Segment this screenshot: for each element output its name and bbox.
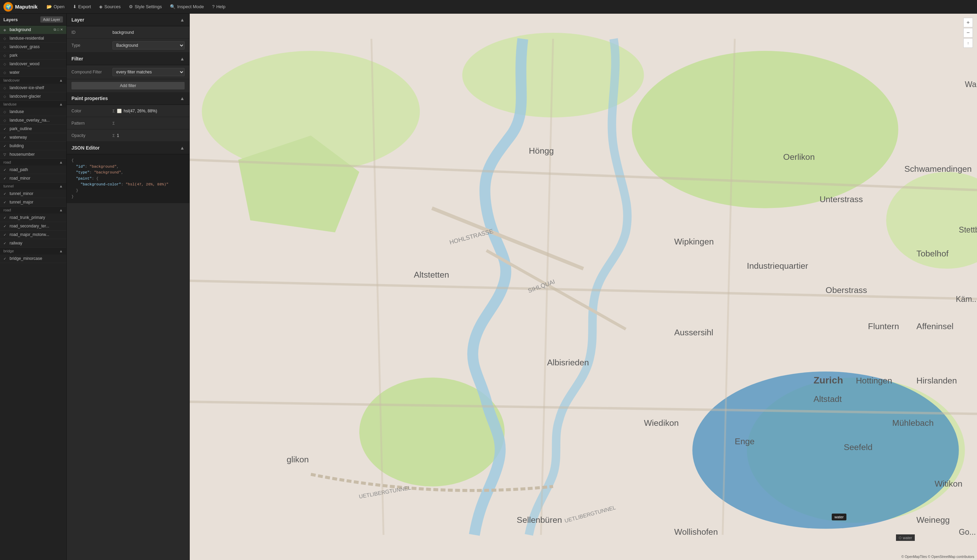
filter-section-toggle[interactable]: ▲ [180,56,185,62]
group-header-road2[interactable]: road ▲ [0,207,66,213]
group-header-tunnel[interactable]: tunnel ▲ [0,183,66,190]
layer-section-toggle[interactable]: ▲ [180,17,185,23]
filter-value: every filter matches any filter matches … [112,68,185,76]
layer-item-road-major-motorw[interactable]: ✓ road_major_motorw... [0,230,66,239]
filter-section-title: Filter [72,56,83,62]
layer-item-road-path[interactable]: ✓ road_path [0,166,66,174]
layer-item-landuse[interactable]: ◇ landuse [0,108,66,116]
layer-item-landcover-ice-shelf[interactable]: ◇ landcover-ice-shelf [0,84,66,92]
nav-sources[interactable]: ◈ Sources [96,2,124,11]
svg-text:Hottingen: Hottingen [856,376,892,385]
paint-section-toggle[interactable]: ▲ [180,96,185,101]
layer-name: landuse [10,109,24,114]
layer-name: bridge_minorcase [10,256,42,261]
svg-text:Fluntern: Fluntern [868,322,899,331]
visibility-icon[interactable]: □ [57,28,59,32]
zoom-in-button[interactable]: + [963,18,973,27]
color-swatch[interactable] [117,108,122,113]
copy-icon[interactable]: ⧉ [54,28,56,32]
group-header-bridge[interactable]: bridge ▲ [0,248,66,254]
brand-logo: 🌍 Maputnik [3,2,38,12]
layer-item-landcover-glacier[interactable]: ◇ landcover-glacier [0,92,66,101]
layer-item-landuse-overlay-na[interactable]: ◇ landuse_overlay_na... [0,116,66,125]
layer-name: road_minor [10,176,30,181]
layer-name: park_outline [10,126,32,131]
color-sigma[interactable]: Σ [112,109,115,113]
group-collapse-icon: ▲ [59,78,63,82]
opacity-sigma[interactable]: Σ [112,133,115,138]
layer-item-water[interactable]: ◇ water [0,68,66,77]
layer-name: water [10,70,20,75]
type-select[interactable]: Background Fill Line Symbol Circle [112,41,185,50]
nav-open[interactable]: 📂 Open [43,2,68,11]
color-row: Color Σ hsl(47, 26%, 88%) [67,105,189,117]
json-editor-content[interactable]: { "id": "background", "type": "backgroun… [67,154,189,203]
layer-item-tunnel-minor[interactable]: ✓ tunnel_minor [0,190,66,198]
svg-text:Sellenbüren: Sellenbüren [517,515,562,525]
layer-icon: ✓ [3,192,8,196]
map-tooltip: water [832,513,847,520]
layers-list: ◆ background ⧉ □ ✕ ◇ landuse-residential… [0,26,66,560]
delete-icon[interactable]: ✕ [60,28,63,32]
group-header-landcover[interactable]: landcover ▲ [0,77,66,84]
layer-name: landuse-residential [10,36,44,41]
layer-icon-fill: ◆ [3,28,8,32]
layers-panel: Layers Add Layer ◆ background ⧉ □ ✕ ◇ la… [0,14,67,560]
group-name-landuse: landuse [3,102,17,106]
layer-icon: ✓ [3,233,8,237]
layer-icon: ✓ [3,216,8,220]
svg-text:Käm...: Käm... [956,295,977,303]
nav-inspect-mode[interactable]: 🔍 Inspect Mode [166,2,207,11]
layer-item-building[interactable]: ✓ building [0,142,66,150]
group-name-landcover: landcover [3,78,20,82]
group-collapse-icon: ▲ [59,249,63,253]
layer-item-park-outline[interactable]: ✓ park_outline [0,125,66,133]
json-section-toggle[interactable]: ▲ [180,145,185,151]
svg-text:Wiedikon: Wiedikon [644,418,679,428]
layer-item-road-trunk-primary[interactable]: ✓ road_trunk_primary [0,213,66,222]
layer-icon-fill6: ◇ [3,71,8,75]
add-filter-button[interactable]: Add filter [72,82,185,90]
top-navigation: 🌍 Maputnik 📂 Open ⬇ Export ◈ Sources ⚙ S… [0,0,977,14]
nav-style-settings[interactable]: ⚙ Style Settings [125,2,166,11]
layer-item-waterway[interactable]: ✓ waterway [0,133,66,142]
map-canvas[interactable]: HOHLSTRASSE SIHLQUAI UETLIBERGTUNNEL UET… [190,14,977,560]
layer-item-background[interactable]: ◆ background ⧉ □ ✕ [0,26,66,34]
group-header-road[interactable]: road ▲ [0,159,66,166]
layer-item-road-secondary-ter[interactable]: ✓ road_secondary_ter... [0,222,66,230]
layer-item-landcover-grass[interactable]: ◇ landcover_grass [0,43,66,51]
layer-item-landcover-wood[interactable]: ◇ landcover_wood [0,60,66,68]
layer-icon: ◇ [3,86,8,90]
nav-export[interactable]: ⬇ Export [69,2,95,11]
layer-item-tunnel-major[interactable]: ✓ tunnel_major [0,198,66,207]
group-name-road2: road [3,208,11,212]
sources-icon: ◈ [99,4,102,9]
svg-text:Unterstrass: Unterstrass [820,195,863,204]
map-controls: + − ↑ [963,18,973,48]
map-area: HOHLSTRASSE SIHLQUAI UETLIBERGTUNNEL UET… [190,14,977,560]
layer-icon: ◇ [3,118,8,122]
add-layer-button[interactable]: Add Layer [40,17,63,23]
layers-header: Layers Add Layer [0,14,66,26]
layer-item-road-minor[interactable]: ✓ road_minor [0,174,66,183]
pattern-value: Σ [112,121,185,125]
group-header-landuse[interactable]: landuse ▲ [0,101,66,108]
layer-item-park[interactable]: ◇ park [0,51,66,60]
layer-icon-line: ✓ [3,135,8,139]
layer-icon-line: ✓ [3,127,8,131]
reset-bearing-button[interactable]: ↑ [963,38,973,48]
layer-name: road_secondary_ter... [10,224,49,228]
pattern-sigma[interactable]: Σ [112,121,115,125]
filter-select[interactable]: every filter matches any filter matches … [112,68,185,76]
layer-name: waterway [10,135,27,140]
layer-item-railway[interactable]: ✓ railway [0,239,66,248]
opacity-row: Opacity Σ 1 [67,129,189,142]
layer-item-housenumber[interactable]: ▽ housenumber [0,150,66,159]
id-value: background [112,30,185,35]
zoom-out-button[interactable]: − [963,28,973,38]
layer-item-bridge-minorcase[interactable]: ✓ bridge_minorcase [0,254,66,263]
layer-icon: ◇ [3,95,8,98]
layer-item-landuse-residential[interactable]: ◇ landuse-residential [0,34,66,43]
nav-help[interactable]: ? Help [209,2,229,11]
map-tooltip-container: water ◇ water [896,534,915,541]
